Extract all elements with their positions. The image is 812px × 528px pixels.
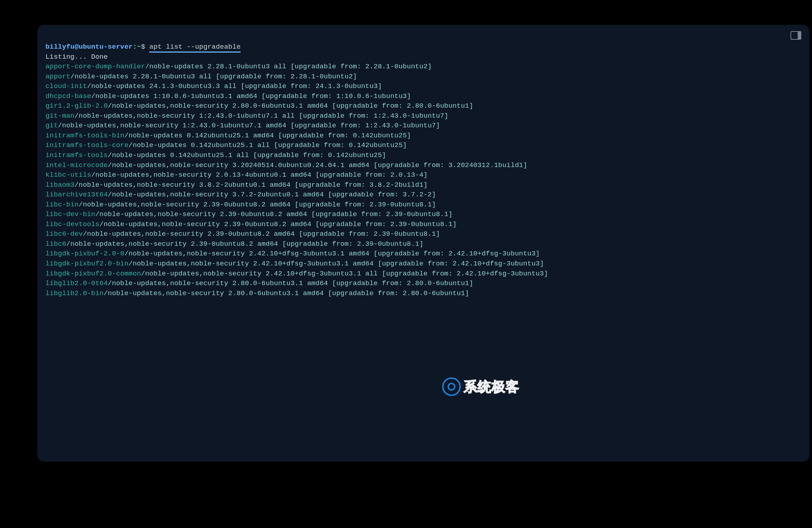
package-name: dhcpcd-base [45,92,91,100]
package-details: /noble-updates,noble-security 3.7.2-2ubu… [108,191,436,199]
package-name: libc-dev-bin [45,210,95,218]
package-name: libgdk-pixbuf-2.0-0 [45,250,124,258]
package-details: /noble-updates,noble-security 2.39-0ubun… [79,201,436,209]
prompt-colon: : [133,43,137,51]
watermark-text: 系统极客 [464,378,519,396]
prompt-at: @ [74,43,79,51]
package-details: /noble-updates,noble-security 2.39-0ubun… [83,230,440,238]
package-details: /noble-updates,noble-security 2.80.0-6ub… [103,289,469,297]
package-name: libc6-dev [45,230,83,238]
package-details: /noble-updates 2.28.1-0ubuntu3 all [upgr… [71,73,357,80]
watermark-logo-icon [442,377,461,396]
package-details: /noble-updates 0.142ubuntu25.1 amd64 [up… [124,132,411,140]
package-details: /noble-updates,noble-security 2.0.13-4ub… [91,171,428,179]
package-name: initramfs-tools-core [45,141,129,149]
prompt: billyfu@ubuntu-server:~$ apt list --upgr… [45,43,241,53]
package-details: /noble-updates 0.142ubuntu25.1 all [upgr… [129,141,407,149]
package-name: libc-devtools [45,220,100,228]
package-details: /noble-updates 0.142ubuntu25.1 all [upgr… [108,151,386,159]
prompt-host: ubuntu-server [79,43,133,51]
package-name: libgdk-pixbuf2.0-bin [45,260,129,268]
package-details: /noble-updates,noble-security 3.8.2-2ubu… [74,181,427,189]
package-name: initramfs-tools [45,151,108,159]
package-details: /noble-updates,noble-security 2.39-0ubun… [100,220,457,228]
package-name: cloud-init [45,82,87,90]
package-details: /noble-updates,noble-security 3.20240514… [108,161,527,169]
titlebar [45,30,801,41]
package-name: intel-microcode [45,161,108,169]
package-name: libarchive13t64 [45,191,108,199]
package-name: gir1.2-glib-2.0 [45,102,108,110]
package-details: /noble-updates,noble-security 1:2.43.0-1… [74,112,448,120]
listing-header: Listing... Done [45,53,108,61]
package-details: /noble-updates,noble-security 1:2.43.0-1… [58,122,440,129]
watermark: 系统极客 [442,377,519,396]
package-details: /noble-updates 2.28.1-0ubuntu3 all [upgr… [145,63,432,70]
package-name: libaom3 [45,181,74,189]
panel-toggle-icon[interactable] [791,31,801,40]
package-name: libglib2.0-0t64 [45,279,108,287]
package-details: /noble-updates,noble-security 2.39-0ubun… [95,210,453,218]
package-details: /noble-updates,noble-security 2.42.10+df… [124,250,540,258]
package-name: libglib2.0-bin [45,289,103,297]
package-details: /noble-updates,noble-security 2.42.10+df… [141,270,548,278]
terminal-window[interactable]: billyfu@ubuntu-server:~$ apt list --upgr… [38,25,809,461]
prompt-command: apt list --upgradeable [149,43,241,53]
package-name: git-man [45,112,74,120]
package-details: /noble-updates,noble-security 2.42.10+df… [129,260,544,268]
package-name: initramfs-tools-bin [45,132,124,140]
package-name: apport-core-dump-handler [45,63,145,70]
prompt-path: ~ [137,43,141,51]
package-name: git [45,122,58,129]
package-details: /noble-updates,noble-security 2.39-0ubun… [66,240,424,248]
package-name: apport [45,73,71,80]
prompt-user: billyfu [45,43,74,51]
terminal-content[interactable]: billyfu@ubuntu-server:~$ apt list --upgr… [45,42,801,298]
package-details: /noble-updates 1:10.0.6-1ubuntu3.1 amd64… [91,92,411,100]
package-details: /noble-updates,noble-security 2.80.0-6ub… [108,102,473,110]
package-name: libc-bin [45,201,79,209]
package-details: /noble-updates,noble-security 2.80.0-6ub… [108,279,473,287]
package-details: /noble-updates 24.1.3-0ubuntu3.3 all [up… [87,82,382,90]
package-name: klibc-utils [45,171,91,179]
package-name: libc6 [45,240,66,248]
prompt-dollar: $ [141,43,149,51]
package-name: libgdk-pixbuf2.0-common [45,270,141,278]
